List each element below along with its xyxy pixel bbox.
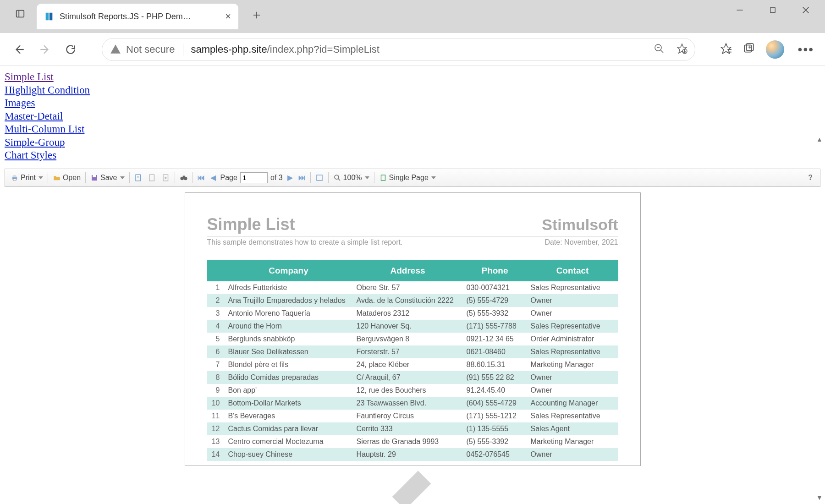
close-window-button[interactable]	[789, 0, 822, 20]
next-page-button[interactable]: ▶	[285, 171, 296, 185]
table-row: 1Alfreds FutterkisteObere Str. 57030-007…	[207, 281, 618, 294]
col-contact: Contact	[527, 260, 618, 281]
svg-rect-3	[50, 13, 52, 21]
svg-line-40	[338, 179, 340, 181]
report-viewport[interactable]: Simple List Stimulsoft This sample demon…	[0, 187, 825, 501]
printer-icon	[11, 174, 19, 182]
next-page-icon: ▶	[287, 173, 293, 182]
favorite-icon[interactable]	[676, 43, 688, 56]
open-button[interactable]: Open	[50, 171, 83, 185]
chevron-down-icon	[431, 176, 436, 179]
table-row: 13Centro comercial MoctezumaSierras de G…	[207, 435, 618, 448]
report-title: Simple List	[207, 215, 295, 234]
svg-rect-20	[744, 45, 751, 52]
table-row: 9Bon app'12, rue des Bouchers91.24.45.40…	[207, 384, 618, 397]
reload-button[interactable]	[60, 38, 82, 60]
save-button[interactable]: Save	[88, 171, 127, 185]
security-label: Not secure	[126, 44, 175, 55]
collections-icon[interactable]	[743, 43, 755, 56]
table-row: 7Blondel père et fils24, place Kléber88.…	[207, 358, 618, 371]
folder-open-icon	[53, 174, 61, 182]
parameters-button[interactable]	[145, 171, 159, 185]
full-screen-button[interactable]	[313, 171, 326, 185]
zoom-button[interactable]: 100%	[330, 171, 372, 185]
resources-button[interactable]	[159, 171, 173, 185]
svg-rect-28	[93, 175, 96, 177]
report-table: Company Address Phone Contact 1Alfreds F…	[207, 260, 618, 461]
address-bar[interactable]: Not secure samples-php.site/index.php?id…	[102, 38, 695, 61]
menu-button[interactable]: •••	[795, 42, 817, 57]
binoculars-icon	[180, 174, 188, 182]
magnifier-icon	[333, 174, 341, 182]
nav-link[interactable]: Simple-Group	[5, 136, 65, 149]
col-company: Company	[225, 260, 353, 281]
table-row: 5Berglunds snabbköpBerguvsvägen 80921-12…	[207, 333, 618, 345]
report-date: Date: November, 2021	[544, 238, 618, 247]
last-page-icon: ⏭	[298, 174, 306, 182]
chevron-down-icon	[120, 176, 125, 179]
viewer-toolbar: Print Open Save ⏮ ◀ Page of 3 ▶ ⏭	[5, 169, 820, 187]
page-label: Page	[220, 174, 237, 182]
active-tab[interactable]: Stimulsoft Reports.JS - PHP Dem… ×	[37, 4, 238, 29]
nav-link[interactable]: Simple List	[5, 71, 54, 84]
maximize-button[interactable]	[756, 0, 789, 20]
table-row: 8Bólido Comidas preparadasC/ Araquil, 67…	[207, 371, 618, 384]
nav-link[interactable]: Highlight Condition	[5, 84, 90, 97]
svg-rect-2	[46, 13, 49, 21]
print-button[interactable]: Print	[8, 171, 46, 185]
table-row: 14Chop-suey ChineseHauptstr. 290452-0765…	[207, 448, 618, 461]
security-indicator[interactable]: Not secure	[110, 44, 183, 55]
svg-rect-32	[149, 175, 154, 181]
new-tab-button[interactable]: ＋	[247, 5, 267, 25]
col-blank	[207, 260, 225, 281]
first-page-button[interactable]: ⏮	[195, 171, 208, 185]
nav-link-list: Simple ListHighlight ConditionImagesMast…	[0, 66, 825, 169]
page-content: ▲ Simple ListHighlight ConditionImagesMa…	[0, 66, 825, 504]
page-number-input[interactable]	[240, 172, 268, 183]
nav-link[interactable]: Multi-Column List	[5, 123, 84, 136]
nav-link[interactable]: Master-Detail	[5, 110, 63, 123]
report-subtitle: This sample demonstrates how to create a…	[207, 238, 403, 247]
zoom-icon[interactable]	[654, 43, 665, 56]
table-row: 10Bottom-Dollar Markets23 Tsawwassen Blv…	[207, 397, 618, 410]
bookmarks-button[interactable]	[132, 171, 145, 185]
scroll-down-button[interactable]: ▼	[815, 492, 824, 503]
browser-toolbar: Not secure samples-php.site/index.php?id…	[0, 33, 825, 66]
scroll-up-button[interactable]: ▲	[815, 134, 824, 145]
minimize-button[interactable]	[723, 0, 756, 20]
resources-icon	[162, 174, 170, 182]
view-mode-button[interactable]: Single Page	[376, 171, 439, 185]
browser-right-controls: •••	[720, 40, 817, 59]
back-button[interactable]	[8, 38, 30, 60]
favorites-list-icon[interactable]	[720, 43, 732, 56]
find-button[interactable]	[177, 171, 191, 185]
forward-button[interactable]	[34, 38, 56, 60]
svg-rect-0	[16, 11, 24, 17]
col-phone: Phone	[463, 260, 527, 281]
svg-rect-25	[13, 175, 16, 177]
prev-page-button[interactable]: ◀	[208, 171, 219, 185]
table-row: 4Around the Horn120 Hanover Sq.(171) 555…	[207, 320, 618, 333]
tab-actions-button[interactable]	[10, 4, 30, 24]
single-page-icon	[379, 174, 387, 182]
nav-link[interactable]: Chart Styles	[5, 149, 56, 162]
close-tab-button[interactable]: ×	[225, 11, 231, 22]
table-row: 2Ana Trujillo Emparedados y heladosAvda.…	[207, 294, 618, 307]
svg-marker-13	[677, 44, 687, 53]
first-page-icon: ⏮	[198, 174, 205, 182]
report-page: Simple List Stimulsoft This sample demon…	[185, 192, 641, 466]
svg-rect-38	[317, 175, 322, 181]
table-row: 3Antonio Moreno TaqueríaMataderos 2312(5…	[207, 307, 618, 320]
chevron-down-icon	[38, 176, 43, 179]
svg-rect-41	[381, 175, 385, 181]
help-button[interactable]: ?	[803, 174, 817, 182]
report-brand: Stimulsoft	[542, 216, 618, 234]
last-page-button[interactable]: ⏭	[296, 171, 308, 185]
prev-page-icon: ◀	[210, 173, 216, 182]
fullscreen-icon	[315, 174, 324, 182]
profile-avatar[interactable]	[766, 40, 784, 59]
svg-rect-5	[770, 8, 776, 13]
nav-link[interactable]: Images	[5, 97, 35, 110]
col-address: Address	[353, 260, 463, 281]
url-text: samples-php.site/index.php?id=SimpleList	[191, 44, 380, 55]
